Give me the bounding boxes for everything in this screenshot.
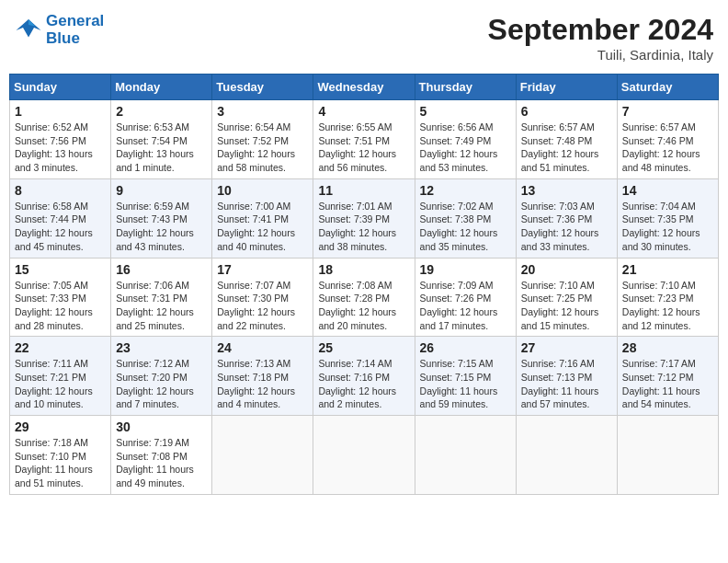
calendar-cell-week5-day5 xyxy=(516,416,617,495)
day-info: Sunrise: 7:00 AMSunset: 7:41 PMDaylight:… xyxy=(217,200,308,254)
day-number: 25 xyxy=(318,340,409,355)
day-info: Sunrise: 6:55 AMSunset: 7:51 PMDaylight:… xyxy=(318,121,409,175)
week-row-3: 15Sunrise: 7:05 AMSunset: 7:33 PMDayligh… xyxy=(10,258,719,337)
day-info: Sunrise: 7:07 AMSunset: 7:30 PMDaylight:… xyxy=(217,279,308,333)
day-number: 29 xyxy=(15,419,106,434)
day-number: 7 xyxy=(622,104,713,119)
calendar-cell-week2-day4: 12Sunrise: 7:02 AMSunset: 7:38 PMDayligh… xyxy=(415,178,516,258)
logo: General Blue xyxy=(15,13,104,47)
day-number: 16 xyxy=(116,262,207,277)
calendar-cell-week3-day2: 17Sunrise: 7:07 AMSunset: 7:30 PMDayligh… xyxy=(212,258,313,337)
calendar-cell-week2-day5: 13Sunrise: 7:03 AMSunset: 7:36 PMDayligh… xyxy=(516,178,617,258)
calendar-cell-week3-day0: 15Sunrise: 7:05 AMSunset: 7:33 PMDayligh… xyxy=(10,258,111,337)
day-number: 26 xyxy=(420,340,511,355)
day-number: 2 xyxy=(116,104,207,119)
calendar-cell-week3-day5: 20Sunrise: 7:10 AMSunset: 7:25 PMDayligh… xyxy=(516,258,617,337)
day-info: Sunrise: 7:01 AMSunset: 7:39 PMDaylight:… xyxy=(318,200,409,254)
day-number: 9 xyxy=(116,183,207,198)
day-info: Sunrise: 7:09 AMSunset: 7:26 PMDaylight:… xyxy=(420,279,511,333)
calendar-cell-week3-day3: 18Sunrise: 7:08 AMSunset: 7:28 PMDayligh… xyxy=(313,258,415,337)
day-number: 5 xyxy=(420,104,511,119)
day-number: 6 xyxy=(521,104,612,119)
weekday-header-saturday: Saturday xyxy=(617,75,718,100)
calendar-cell-week5-day1: 30Sunrise: 7:19 AMSunset: 7:08 PMDayligh… xyxy=(111,416,212,495)
day-info: Sunrise: 7:11 AMSunset: 7:21 PMDaylight:… xyxy=(15,357,106,411)
day-info: Sunrise: 7:15 AMSunset: 7:15 PMDaylight:… xyxy=(420,357,511,411)
calendar-cell-week3-day1: 16Sunrise: 7:06 AMSunset: 7:31 PMDayligh… xyxy=(111,258,212,337)
day-info: Sunrise: 7:19 AMSunset: 7:08 PMDaylight:… xyxy=(116,436,207,490)
calendar-cell-week1-day5: 6Sunrise: 6:57 AMSunset: 7:48 PMDaylight… xyxy=(516,100,617,179)
calendar-cell-week4-day6: 28Sunrise: 7:17 AMSunset: 7:12 PMDayligh… xyxy=(617,337,718,416)
calendar-cell-week1-day4: 5Sunrise: 6:56 AMSunset: 7:49 PMDaylight… xyxy=(415,100,516,179)
calendar-cell-week3-day6: 21Sunrise: 7:10 AMSunset: 7:23 PMDayligh… xyxy=(617,258,718,337)
day-info: Sunrise: 7:18 AMSunset: 7:10 PMDaylight:… xyxy=(15,436,106,490)
calendar-cell-week1-day3: 4Sunrise: 6:55 AMSunset: 7:51 PMDaylight… xyxy=(313,100,415,179)
calendar-cell-week4-day5: 27Sunrise: 7:16 AMSunset: 7:13 PMDayligh… xyxy=(516,337,617,416)
day-number: 15 xyxy=(15,262,106,277)
day-number: 3 xyxy=(217,104,308,119)
day-number: 1 xyxy=(15,104,106,119)
day-info: Sunrise: 7:13 AMSunset: 7:18 PMDaylight:… xyxy=(217,357,308,411)
day-number: 28 xyxy=(622,340,713,355)
weekday-header-tuesday: Tuesday xyxy=(212,75,313,100)
calendar-cell-week3-day4: 19Sunrise: 7:09 AMSunset: 7:26 PMDayligh… xyxy=(415,258,516,337)
day-info: Sunrise: 7:08 AMSunset: 7:28 PMDaylight:… xyxy=(318,279,409,333)
calendar-cell-week1-day1: 2Sunrise: 6:53 AMSunset: 7:54 PMDaylight… xyxy=(111,100,212,179)
day-info: Sunrise: 6:52 AMSunset: 7:56 PMDaylight:… xyxy=(15,121,106,175)
day-number: 4 xyxy=(318,104,409,119)
day-info: Sunrise: 7:02 AMSunset: 7:38 PMDaylight:… xyxy=(420,200,511,254)
day-number: 10 xyxy=(217,183,308,198)
day-info: Sunrise: 7:10 AMSunset: 7:25 PMDaylight:… xyxy=(521,279,612,333)
calendar-cell-week2-day0: 8Sunrise: 6:58 AMSunset: 7:44 PMDaylight… xyxy=(10,178,111,258)
logo-line2: Blue xyxy=(46,30,104,48)
day-info: Sunrise: 6:57 AMSunset: 7:48 PMDaylight:… xyxy=(521,121,612,175)
day-info: Sunrise: 6:53 AMSunset: 7:54 PMDaylight:… xyxy=(116,121,207,175)
day-info: Sunrise: 7:03 AMSunset: 7:36 PMDaylight:… xyxy=(521,200,612,254)
calendar-cell-week5-day2 xyxy=(212,416,313,495)
day-info: Sunrise: 6:59 AMSunset: 7:43 PMDaylight:… xyxy=(116,200,207,254)
day-number: 13 xyxy=(521,183,612,198)
location-title: Tuili, Sardinia, Italy xyxy=(488,47,713,63)
day-number: 30 xyxy=(116,419,207,434)
day-info: Sunrise: 7:14 AMSunset: 7:16 PMDaylight:… xyxy=(318,357,409,411)
day-info: Sunrise: 7:10 AMSunset: 7:23 PMDaylight:… xyxy=(622,279,713,333)
weekday-header-row: SundayMondayTuesdayWednesdayThursdayFrid… xyxy=(10,75,719,100)
calendar-cell-week5-day6 xyxy=(617,416,718,495)
day-number: 19 xyxy=(420,262,511,277)
header: General Blue September 2024 Tuili, Sardi… xyxy=(9,9,719,66)
calendar-cell-week4-day2: 24Sunrise: 7:13 AMSunset: 7:18 PMDayligh… xyxy=(212,337,313,416)
day-number: 27 xyxy=(521,340,612,355)
weekday-header-thursday: Thursday xyxy=(415,75,516,100)
day-info: Sunrise: 6:58 AMSunset: 7:44 PMDaylight:… xyxy=(15,200,106,254)
calendar-cell-week2-day6: 14Sunrise: 7:04 AMSunset: 7:35 PMDayligh… xyxy=(617,178,718,258)
weekday-header-friday: Friday xyxy=(516,75,617,100)
day-number: 18 xyxy=(318,262,409,277)
day-number: 24 xyxy=(217,340,308,355)
calendar-table: SundayMondayTuesdayWednesdayThursdayFrid… xyxy=(9,74,719,495)
day-info: Sunrise: 6:54 AMSunset: 7:52 PMDaylight:… xyxy=(217,121,308,175)
calendar-cell-week1-day0: 1Sunrise: 6:52 AMSunset: 7:56 PMDaylight… xyxy=(10,100,111,179)
week-row-1: 1Sunrise: 6:52 AMSunset: 7:56 PMDaylight… xyxy=(10,100,719,179)
logo-bird-icon xyxy=(15,17,42,43)
calendar-cell-week1-day6: 7Sunrise: 6:57 AMSunset: 7:46 PMDaylight… xyxy=(617,100,718,179)
day-info: Sunrise: 7:06 AMSunset: 7:31 PMDaylight:… xyxy=(116,279,207,333)
day-info: Sunrise: 7:16 AMSunset: 7:13 PMDaylight:… xyxy=(521,357,612,411)
day-info: Sunrise: 7:05 AMSunset: 7:33 PMDaylight:… xyxy=(15,279,106,333)
day-number: 12 xyxy=(420,183,511,198)
day-number: 11 xyxy=(318,183,409,198)
day-number: 21 xyxy=(622,262,713,277)
weekday-header-sunday: Sunday xyxy=(10,75,111,100)
day-number: 22 xyxy=(15,340,106,355)
calendar-cell-week2-day3: 11Sunrise: 7:01 AMSunset: 7:39 PMDayligh… xyxy=(313,178,415,258)
calendar-cell-week1-day2: 3Sunrise: 6:54 AMSunset: 7:52 PMDaylight… xyxy=(212,100,313,179)
day-info: Sunrise: 7:04 AMSunset: 7:35 PMDaylight:… xyxy=(622,200,713,254)
weekday-header-monday: Monday xyxy=(111,75,212,100)
calendar-cell-week2-day1: 9Sunrise: 6:59 AMSunset: 7:43 PMDaylight… xyxy=(111,178,212,258)
day-info: Sunrise: 7:12 AMSunset: 7:20 PMDaylight:… xyxy=(116,357,207,411)
month-title: September 2024 xyxy=(488,13,713,47)
day-number: 23 xyxy=(116,340,207,355)
day-number: 14 xyxy=(622,183,713,198)
month-title-block: September 2024 Tuili, Sardinia, Italy xyxy=(488,13,713,63)
day-info: Sunrise: 7:17 AMSunset: 7:12 PMDaylight:… xyxy=(622,357,713,411)
week-row-5: 29Sunrise: 7:18 AMSunset: 7:10 PMDayligh… xyxy=(10,416,719,495)
